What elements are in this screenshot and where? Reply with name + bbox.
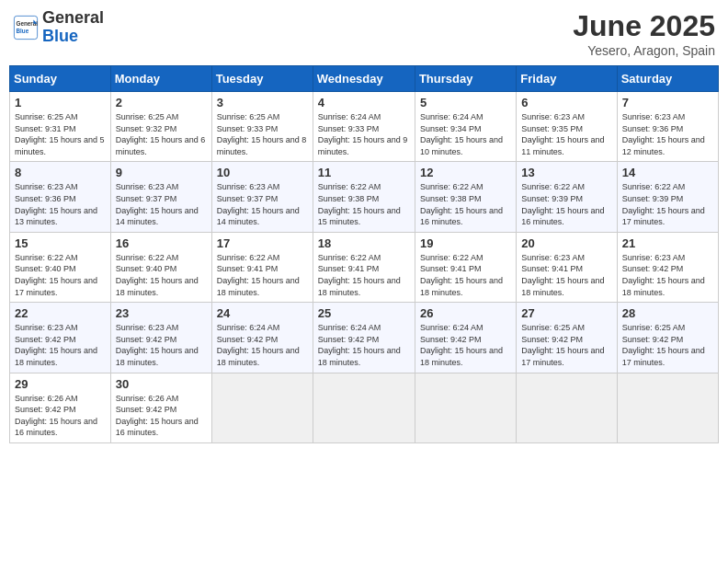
svg-text:Blue: Blue [17,27,29,33]
calendar-cell: 8 Sunrise: 6:23 AM Sunset: 9:36 PM Dayli… [10,162,111,232]
day-info: Sunrise: 6:23 AM Sunset: 9:37 PM Dayligh… [116,181,207,227]
location-title: Yesero, Aragon, Spain [573,43,715,58]
calendar-cell: 7 Sunrise: 6:23 AM Sunset: 9:36 PM Dayli… [617,92,718,162]
day-number: 22 [15,306,106,320]
calendar-cell: 4 Sunrise: 6:24 AM Sunset: 9:33 PM Dayli… [313,92,415,162]
week-row-4: 22 Sunrise: 6:23 AM Sunset: 9:42 PM Dayl… [10,303,719,373]
day-number: 2 [116,96,207,109]
day-info: Sunrise: 6:23 AM Sunset: 9:42 PM Dayligh… [15,322,106,368]
day-number: 29 [15,377,106,391]
day-number: 27 [521,306,611,320]
calendar-cell: 6 Sunrise: 6:23 AM Sunset: 9:35 PM Dayli… [517,92,617,162]
calendar-cell: 2 Sunrise: 6:25 AM Sunset: 9:32 PM Dayli… [110,92,211,162]
day-number: 18 [318,236,410,250]
day-info: Sunrise: 6:26 AM Sunset: 9:42 PM Dayligh… [15,393,106,439]
day-number: 19 [420,236,511,250]
logo-icon: General Blue [13,15,39,40]
calendar-cell: 10 Sunrise: 6:23 AM Sunset: 9:37 PM Dayl… [211,162,313,232]
day-info: Sunrise: 6:23 AM Sunset: 9:42 PM Dayligh… [116,322,207,368]
calendar-cell: 23 Sunrise: 6:23 AM Sunset: 9:42 PM Dayl… [110,303,211,373]
calendar-cell [517,373,617,442]
day-info: Sunrise: 6:24 AM Sunset: 9:42 PM Dayligh… [318,322,410,368]
day-number: 6 [521,96,611,109]
day-info: Sunrise: 6:23 AM Sunset: 9:41 PM Dayligh… [521,252,611,298]
calendar-cell: 15 Sunrise: 6:22 AM Sunset: 9:40 PM Dayl… [10,232,111,302]
month-title: June 2025 [573,9,715,43]
day-number: 5 [420,96,511,109]
calendar-cell: 19 Sunrise: 6:22 AM Sunset: 9:41 PM Dayl… [415,232,516,302]
calendar-cell: 25 Sunrise: 6:24 AM Sunset: 9:42 PM Dayl… [313,303,415,373]
day-number: 4 [318,96,410,109]
day-number: 26 [420,306,511,320]
day-number: 11 [318,166,410,179]
day-number: 7 [622,96,713,109]
day-info: Sunrise: 6:22 AM Sunset: 9:41 PM Dayligh… [420,252,511,298]
calendar-cell: 5 Sunrise: 6:24 AM Sunset: 9:34 PM Dayli… [415,92,516,162]
col-saturday: Saturday [617,66,718,92]
calendar-cell: 14 Sunrise: 6:22 AM Sunset: 9:39 PM Dayl… [617,162,718,232]
logo-text: General Blue [42,9,104,46]
calendar-cell [617,373,718,442]
day-info: Sunrise: 6:23 AM Sunset: 9:36 PM Dayligh… [622,111,713,157]
calendar: Sunday Monday Tuesday Wednesday Thursday… [9,65,719,443]
day-info: Sunrise: 6:25 AM Sunset: 9:31 PM Dayligh… [15,111,106,157]
day-info: Sunrise: 6:23 AM Sunset: 9:37 PM Dayligh… [217,181,308,227]
day-number: 9 [116,166,207,179]
calendar-cell [313,373,415,442]
calendar-cell [211,373,313,442]
calendar-cell: 12 Sunrise: 6:22 AM Sunset: 9:38 PM Dayl… [415,162,516,232]
day-info: Sunrise: 6:24 AM Sunset: 9:42 PM Dayligh… [420,322,511,368]
col-wednesday: Wednesday [313,66,415,92]
calendar-cell: 30 Sunrise: 6:26 AM Sunset: 9:42 PM Dayl… [110,373,211,442]
calendar-cell: 16 Sunrise: 6:22 AM Sunset: 9:40 PM Dayl… [110,232,211,302]
day-number: 24 [217,306,308,320]
calendar-cell: 24 Sunrise: 6:24 AM Sunset: 9:42 PM Dayl… [211,303,313,373]
day-number: 28 [622,306,713,320]
calendar-cell: 13 Sunrise: 6:22 AM Sunset: 9:39 PM Dayl… [517,162,617,232]
day-number: 8 [15,166,106,179]
day-number: 30 [116,377,207,391]
calendar-cell: 11 Sunrise: 6:22 AM Sunset: 9:38 PM Dayl… [313,162,415,232]
day-number: 14 [622,166,713,179]
week-row-5: 29 Sunrise: 6:26 AM Sunset: 9:42 PM Dayl… [10,373,719,442]
calendar-cell: 3 Sunrise: 6:25 AM Sunset: 9:33 PM Dayli… [211,92,313,162]
day-info: Sunrise: 6:22 AM Sunset: 9:38 PM Dayligh… [318,181,410,227]
calendar-cell: 22 Sunrise: 6:23 AM Sunset: 9:42 PM Dayl… [10,303,111,373]
day-info: Sunrise: 6:25 AM Sunset: 9:32 PM Dayligh… [116,111,207,157]
logo-blue: Blue [42,27,78,45]
calendar-cell: 1 Sunrise: 6:25 AM Sunset: 9:31 PM Dayli… [10,92,111,162]
day-number: 17 [217,236,308,250]
col-friday: Friday [517,66,617,92]
day-number: 10 [217,166,308,179]
col-sunday: Sunday [10,66,111,92]
day-number: 1 [15,96,106,109]
day-number: 16 [116,236,207,250]
col-thursday: Thursday [415,66,516,92]
calendar-cell: 21 Sunrise: 6:23 AM Sunset: 9:42 PM Dayl… [617,232,718,302]
day-info: Sunrise: 6:23 AM Sunset: 9:36 PM Dayligh… [15,181,106,227]
calendar-cell: 20 Sunrise: 6:23 AM Sunset: 9:41 PM Dayl… [517,232,617,302]
day-info: Sunrise: 6:22 AM Sunset: 9:41 PM Dayligh… [318,252,410,298]
day-info: Sunrise: 6:22 AM Sunset: 9:40 PM Dayligh… [116,252,207,298]
day-number: 13 [521,166,611,179]
day-info: Sunrise: 6:22 AM Sunset: 9:41 PM Dayligh… [217,252,308,298]
day-info: Sunrise: 6:26 AM Sunset: 9:42 PM Dayligh… [116,393,207,439]
day-number: 12 [420,166,511,179]
calendar-cell: 26 Sunrise: 6:24 AM Sunset: 9:42 PM Dayl… [415,303,516,373]
day-number: 20 [521,236,611,250]
week-row-3: 15 Sunrise: 6:22 AM Sunset: 9:40 PM Dayl… [10,232,719,302]
col-monday: Monday [110,66,211,92]
day-info: Sunrise: 6:25 AM Sunset: 9:42 PM Dayligh… [622,322,713,368]
day-number: 21 [622,236,713,250]
calendar-cell [415,373,516,442]
day-info: Sunrise: 6:23 AM Sunset: 9:35 PM Dayligh… [521,111,611,157]
day-number: 25 [318,306,410,320]
calendar-cell: 9 Sunrise: 6:23 AM Sunset: 9:37 PM Dayli… [110,162,211,232]
day-info: Sunrise: 6:22 AM Sunset: 9:39 PM Dayligh… [521,181,611,227]
title-area: June 2025 Yesero, Aragon, Spain [573,9,715,58]
day-info: Sunrise: 6:24 AM Sunset: 9:42 PM Dayligh… [217,322,308,368]
col-tuesday: Tuesday [211,66,313,92]
day-info: Sunrise: 6:22 AM Sunset: 9:40 PM Dayligh… [15,252,106,298]
day-info: Sunrise: 6:25 AM Sunset: 9:42 PM Dayligh… [521,322,611,368]
day-info: Sunrise: 6:23 AM Sunset: 9:42 PM Dayligh… [622,252,713,298]
